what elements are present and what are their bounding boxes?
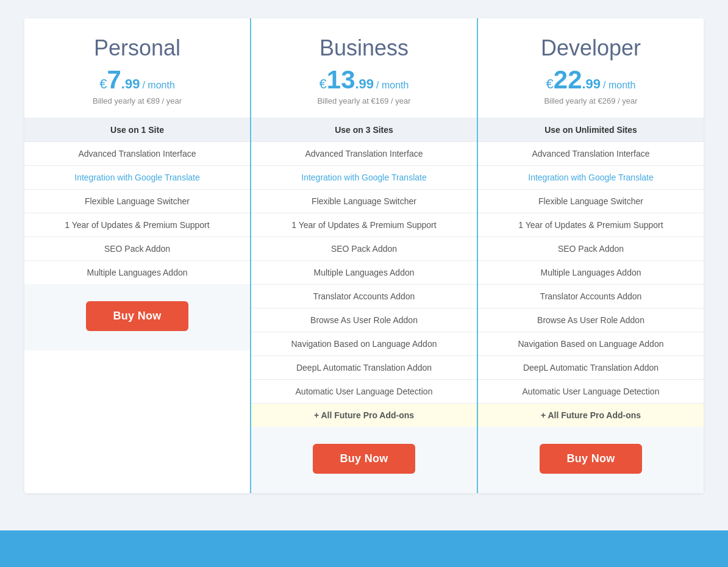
buy-button-business[interactable]: Buy Now	[313, 444, 415, 474]
price-period-developer: / month	[603, 80, 635, 91]
feature-item: Use on Unlimited Sites	[478, 118, 704, 141]
price-currency-business: €	[319, 77, 327, 91]
feature-item: Automatic User Language Detection	[478, 379, 704, 403]
feature-item: Flexible Language Switcher	[478, 189, 704, 213]
price-main-business: 13	[327, 67, 355, 93]
feature-item: Multiple Languages Addon	[24, 260, 250, 284]
feature-item: Automatic User Language Detection	[251, 379, 477, 403]
plan-card-developer: Developer€22.99/ monthBilled yearly at €…	[478, 18, 704, 493]
feature-item: Multiple Languages Addon	[478, 260, 704, 284]
plan-price-row-personal: €7.99/ month	[37, 67, 238, 93]
price-main-developer: 22	[554, 67, 582, 93]
feature-item: Multiple Languages Addon	[251, 260, 477, 284]
plan-billed-business: Billed yearly at €169 / year	[263, 96, 465, 105]
plan-billed-developer: Billed yearly at €269 / year	[490, 96, 691, 105]
plan-name-business: Business	[263, 35, 465, 61]
features-list-developer: Use on Unlimited SitesAdvanced Translati…	[478, 118, 704, 427]
feature-item: SEO Pack Addon	[24, 237, 250, 260]
plans-container: Personal€7.99/ monthBilled yearly at €89…	[24, 18, 704, 493]
plan-header-developer: Developer€22.99/ monthBilled yearly at €…	[478, 18, 704, 118]
feature-item: + All Future Pro Add-ons	[478, 403, 704, 427]
price-main-personal: 7	[107, 67, 121, 93]
plan-card-personal: Personal€7.99/ monthBilled yearly at €89…	[24, 18, 250, 493]
price-decimal-developer: .99	[582, 77, 601, 91]
feature-item: Use on 1 Site	[24, 118, 250, 141]
feature-item: Integration with Google Translate	[251, 165, 477, 189]
feature-item: SEO Pack Addon	[251, 237, 477, 260]
price-currency-developer: €	[546, 77, 554, 91]
feature-item: Advanced Translation Interface	[251, 141, 477, 165]
feature-item: Translator Accounts Addon	[478, 284, 704, 308]
feature-item: Integration with Google Translate	[478, 165, 704, 189]
buy-button-personal[interactable]: Buy Now	[86, 301, 188, 331]
plan-billed-personal: Billed yearly at €89 / year	[37, 96, 238, 105]
buy-section-personal: Buy Now	[24, 284, 250, 351]
buy-section-business: Buy Now	[251, 427, 477, 493]
price-period-business: / month	[376, 80, 409, 91]
feature-item: DeepL Automatic Translation Addon	[251, 355, 477, 379]
plan-card-business: Business€13.99/ monthBilled yearly at €1…	[251, 18, 477, 493]
feature-item: Browse As User Role Addon	[478, 308, 704, 332]
feature-item: Use on 3 Sites	[251, 118, 477, 141]
feature-item: 1 Year of Updates & Premium Support	[478, 213, 704, 237]
plan-name-developer: Developer	[490, 35, 691, 61]
buy-button-developer[interactable]: Buy Now	[540, 444, 641, 474]
feature-item: Navigation Based on Language Addon	[478, 332, 704, 355]
plan-header-personal: Personal€7.99/ monthBilled yearly at €89…	[24, 18, 250, 118]
price-decimal-business: .99	[355, 77, 374, 91]
feature-item: 1 Year of Updates & Premium Support	[24, 213, 250, 237]
feature-item: DeepL Automatic Translation Addon	[478, 355, 704, 379]
feature-item: Advanced Translation Interface	[24, 141, 250, 165]
feature-item: Flexible Language Switcher	[251, 189, 477, 213]
buy-section-developer: Buy Now	[478, 427, 704, 493]
feature-item: Browse As User Role Addon	[251, 308, 477, 332]
price-currency-personal: €	[99, 77, 107, 91]
plan-header-business: Business€13.99/ monthBilled yearly at €1…	[251, 18, 477, 118]
plan-price-row-business: €13.99/ month	[263, 67, 465, 93]
features-list-business: Use on 3 SitesAdvanced Translation Inter…	[251, 118, 477, 427]
feature-item: Translator Accounts Addon	[251, 284, 477, 308]
feature-item: SEO Pack Addon	[478, 237, 704, 260]
plan-name-personal: Personal	[37, 35, 238, 61]
feature-item: Advanced Translation Interface	[478, 141, 704, 165]
feature-item: + All Future Pro Add-ons	[251, 403, 477, 427]
features-list-personal: Use on 1 SiteAdvanced Translation Interf…	[24, 118, 250, 284]
feature-item: Flexible Language Switcher	[24, 189, 250, 213]
footer-bar	[0, 530, 728, 567]
price-period-personal: / month	[142, 80, 174, 91]
price-decimal-personal: .99	[121, 77, 140, 91]
plan-price-row-developer: €22.99/ month	[490, 67, 691, 93]
feature-item: Navigation Based on Language Addon	[251, 332, 477, 355]
feature-item: Integration with Google Translate	[24, 165, 250, 189]
feature-item: 1 Year of Updates & Premium Support	[251, 213, 477, 237]
